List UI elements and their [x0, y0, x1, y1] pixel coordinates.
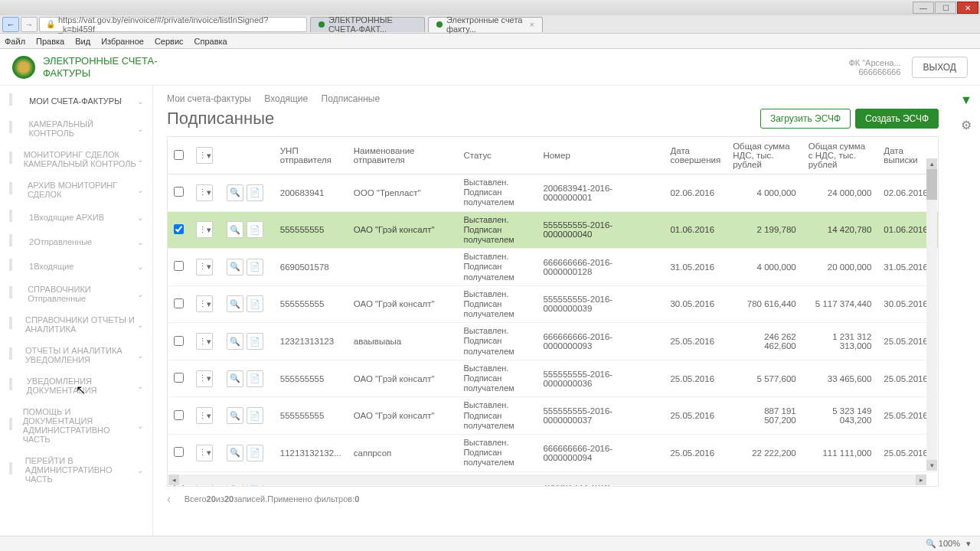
row-checkbox[interactable] — [174, 410, 184, 420]
row-menu-button[interactable]: ⋮▾ — [196, 259, 213, 276]
sidebar-item-7[interactable]: СПРАВОЧНИКИ Отправленные⌄ — [0, 279, 152, 309]
zoom-indicator[interactable]: 🔍 100% — [926, 539, 960, 549]
col-header[interactable]: Номер — [537, 137, 664, 174]
select-all-checkbox[interactable] — [174, 150, 184, 160]
row-checkbox[interactable] — [174, 298, 184, 308]
vertical-scrollbar[interactable]: ▴ ▾ — [926, 158, 937, 471]
menu-file[interactable]: Файл — [5, 37, 25, 46]
doc-button[interactable]: 📄 — [247, 184, 263, 201]
sidebar-item-8[interactable]: СПРАВОЧНИКИ ОТЧЕТЫ И АНАЛИТИКА⌄ — [0, 309, 152, 340]
sidebar-item-1[interactable]: КАМЕРАЛЬНЫЙ КОНТРОЛЬ⌄ — [0, 113, 152, 144]
row-checkbox[interactable] — [174, 373, 184, 383]
col-header[interactable]: Наименование отправителя — [348, 137, 458, 174]
bulk-action-button[interactable]: ⋮▾ — [196, 147, 213, 164]
col-header[interactable]: Общая сумма НДС, тыс. рублей — [727, 137, 802, 174]
doc-button[interactable]: 📄 — [247, 295, 263, 312]
address-bar[interactable]: 🔒 https://vat.gov.by/einvoice/#/private/… — [39, 17, 307, 32]
view-button[interactable]: 🔍 — [227, 295, 243, 312]
sidebar-item-9[interactable]: ОТЧЕТЫ И АНАЛИТИКА УВЕДОМЛЕНИЯ⌄ — [0, 340, 152, 370]
forward-button[interactable]: → — [21, 17, 38, 32]
sidebar-item-2[interactable]: МОНИТОРИНГ СДЕЛОК КАМЕРАЛЬНЫЙ КОНТРОЛЬ⌄ — [0, 144, 152, 174]
doc-button[interactable]: 📄 — [247, 221, 263, 238]
filter-icon[interactable]: ▼ — [960, 93, 972, 107]
sidebar-item-5[interactable]: 2Отправленные⌄ — [0, 230, 152, 254]
col-header[interactable] — [168, 137, 190, 174]
row-menu-button[interactable]: ⋮▾ — [196, 184, 213, 201]
settings-icon[interactable]: ⚙ — [961, 118, 972, 132]
cell-sum1: 2 199,780 — [727, 211, 802, 249]
row-checkbox[interactable] — [174, 224, 184, 234]
table-row[interactable]: ⋮▾🔍📄6690501578Выставлен. Подписан получа… — [168, 249, 938, 286]
create-button[interactable]: Создать ЭСЧФ — [855, 109, 939, 129]
menu-help[interactable]: Справка — [194, 37, 227, 46]
crumb-1[interactable]: Входящие — [264, 93, 308, 104]
row-menu-button[interactable]: ⋮▾ — [196, 221, 213, 238]
scroll-thumb[interactable] — [926, 169, 937, 200]
menu-service[interactable]: Сервис — [155, 37, 184, 46]
doc-button[interactable]: 📄 — [247, 370, 263, 387]
view-button[interactable]: 🔍 — [227, 333, 243, 350]
sidebar-item-3[interactable]: АРХИВ МОНИТОРИНГ СДЕЛОК⌄ — [0, 174, 152, 205]
doc-button[interactable]: 📄 — [247, 445, 263, 461]
crumb-0[interactable]: Мои счета-фактуры — [167, 93, 251, 104]
back-button[interactable]: ← — [2, 17, 19, 32]
scroll-down-icon[interactable]: ▾ — [926, 460, 937, 471]
minimize-button[interactable]: — — [913, 2, 934, 14]
col-header[interactable]: Дата совершения — [664, 137, 727, 174]
table-row[interactable]: ⋮▾🔍📄555555555ОАО "Грэй консалт"Выставлен… — [168, 397, 938, 435]
row-menu-button[interactable]: ⋮▾ — [196, 333, 213, 350]
menu-favorites[interactable]: Избранное — [101, 37, 144, 46]
prev-page-button[interactable]: ‹ — [167, 493, 171, 505]
crumb-2[interactable]: Подписанные — [322, 93, 380, 104]
tab-close-icon[interactable]: × — [530, 20, 534, 29]
view-button[interactable]: 🔍 — [227, 445, 243, 461]
sidebar-item-11[interactable]: ПОМОЩЬ И ДОКУМЕНТАЦИЯ АДМИНИСТРАТИВНО ЧА… — [0, 401, 152, 450]
menu-edit[interactable]: Правка — [36, 37, 64, 46]
browser-tab-1[interactable]: Электронные счета факту...× — [428, 17, 543, 32]
view-button[interactable]: 🔍 — [227, 184, 243, 201]
row-checkbox[interactable] — [174, 187, 184, 197]
table-row[interactable]: ⋮▾🔍📄555555555ОАО "Грэй консалт"Выставлен… — [168, 360, 938, 397]
row-menu-button[interactable]: ⋮▾ — [196, 445, 213, 461]
upload-button[interactable]: Загрузить ЭСЧФ — [760, 109, 851, 129]
col-header[interactable]: УНП отправителя — [274, 137, 348, 174]
table-row[interactable]: ⋮▾🔍📄555555555ОАО "Грэй консалт"Выставлен… — [168, 285, 938, 323]
doc-button[interactable]: 📄 — [247, 333, 263, 350]
maximize-button[interactable]: ☐ — [935, 2, 956, 14]
view-button[interactable]: 🔍 — [227, 407, 243, 424]
browser-menubar[interactable]: Файл Правка Вид Избранное Сервис Справка — [0, 34, 980, 49]
view-button[interactable]: 🔍 — [227, 221, 243, 238]
row-checkbox[interactable] — [174, 447, 184, 457]
row-checkbox[interactable] — [174, 261, 184, 271]
sidebar-item-12[interactable]: ПЕРЕЙТИ В АДМИНИСТРАТИВНО ЧАСТЬ⌄ — [0, 450, 152, 490]
scroll-left-icon[interactable]: ◂ — [168, 474, 179, 485]
logout-button[interactable]: ВЫХОД — [912, 57, 968, 78]
sidebar-item-4[interactable]: 1Входящие АРХИВ⌄ — [0, 205, 152, 230]
close-button[interactable]: ✕ — [957, 2, 978, 14]
doc-button[interactable]: 📄 — [247, 407, 263, 424]
col-header[interactable]: ⋮▾ — [190, 137, 220, 174]
sidebar-item-10[interactable]: УВЕДОМЛЕНИЯ ДОКУМЕНТАЦИЯ⌄ — [0, 370, 152, 401]
row-menu-button[interactable]: ⋮▾ — [196, 370, 213, 387]
col-header[interactable] — [220, 137, 274, 174]
browser-tab-0[interactable]: ЭЛЕКТРОННЫЕ СЧЕТА-ФАКТ... — [310, 17, 425, 32]
col-header[interactable]: Статус — [457, 137, 537, 174]
menu-view[interactable]: Вид — [75, 37, 90, 46]
sidebar-item-6[interactable]: 1Входящие⌄ — [0, 254, 152, 279]
col-header[interactable]: Общая сумма с НДС, тыс. рублей — [802, 137, 878, 174]
scroll-up-icon[interactable]: ▴ — [926, 158, 937, 169]
sidebar-item-0[interactable]: МОИ СЧЕТА-ФАКТУРЫ⌄ — [0, 89, 152, 113]
view-button[interactable]: 🔍 — [227, 259, 243, 276]
view-button[interactable]: 🔍 — [227, 370, 243, 387]
doc-button[interactable]: 📄 — [247, 259, 263, 276]
horizontal-scrollbar[interactable]: ◂ ▸ — [168, 474, 926, 485]
table-row[interactable]: ⋮▾🔍📄11213132132...саппрсопВыставлен. Под… — [168, 434, 938, 471]
scroll-right-icon[interactable]: ▸ — [916, 474, 926, 485]
row-menu-button[interactable]: ⋮▾ — [196, 295, 213, 312]
table-row[interactable]: ⋮▾🔍📄200683941ООО "Трепласт"Выставлен. По… — [168, 174, 938, 212]
sidebar-icon — [9, 95, 21, 107]
row-menu-button[interactable]: ⋮▾ — [196, 407, 213, 424]
table-row[interactable]: ⋮▾🔍📄555555555ОАО "Грэй консалт"Выставлен… — [168, 211, 938, 249]
table-row[interactable]: ⋮▾🔍📄12321313123аваывыаыаВыставлен. Подпи… — [168, 323, 938, 360]
row-checkbox[interactable] — [174, 336, 184, 346]
